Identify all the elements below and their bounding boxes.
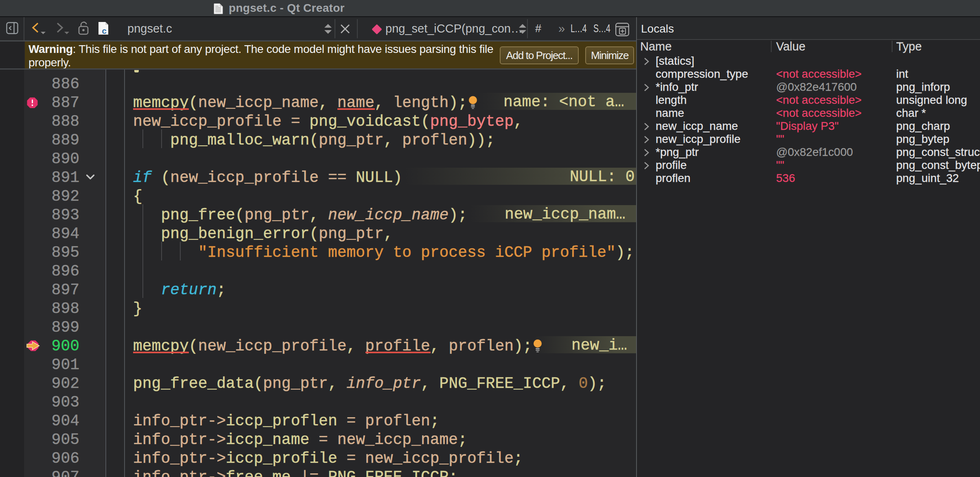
svg-text:c: c — [102, 26, 107, 35]
